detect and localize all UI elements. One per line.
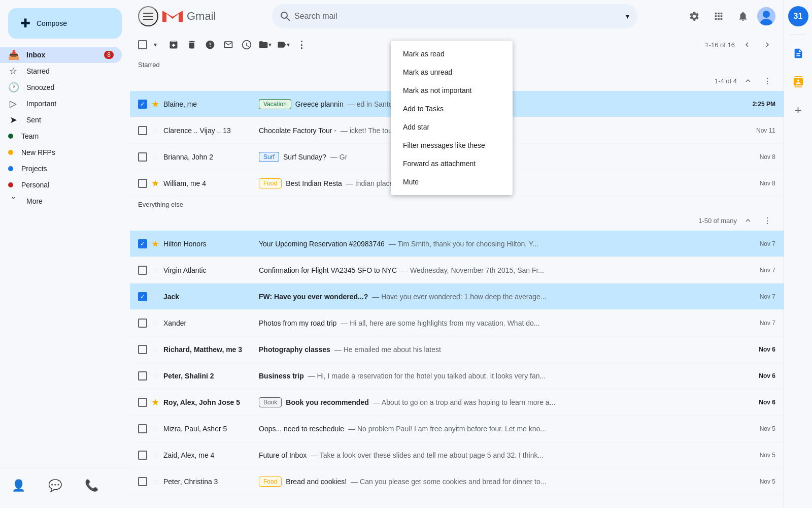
pagination-prev-button[interactable] (739, 37, 755, 53)
starred-more-options[interactable]: ⋮ (759, 73, 775, 89)
email-star[interactable]: ★ (151, 99, 159, 110)
email-row[interactable]: ☆ Peter, Christina 3 Food Bread and cook… (130, 468, 784, 495)
sidebar-item-sent[interactable]: ➤ Sent (0, 112, 122, 128)
sidebar-item-new-rfps[interactable]: New RFPs (0, 144, 122, 161)
move-to-button[interactable]: ▾ (257, 37, 273, 53)
email-row[interactable]: ☆ Zaid, Alex, me 4 Future of Inbox — Tak… (130, 442, 784, 468)
email-star[interactable]: ☆ (151, 151, 159, 163)
account-icon[interactable]: 👤 (8, 475, 28, 496)
select-all-checkbox[interactable] (138, 40, 147, 49)
email-star[interactable]: ☆ (151, 476, 159, 487)
email-row[interactable]: ☆ Virgin Atlantic Confirmation for Fligh… (130, 257, 784, 283)
search-input[interactable] (294, 12, 626, 21)
email-checkbox[interactable] (138, 477, 147, 486)
email-star[interactable]: ☆ (151, 450, 159, 461)
menu-item-filter-messages[interactable]: Filter messages like these (391, 136, 513, 154)
email-subject: Photography classes (259, 345, 330, 354)
mark-unread-button[interactable] (220, 37, 236, 53)
email-checkbox[interactable] (138, 345, 147, 354)
svg-point-4 (281, 12, 287, 18)
menu-item-add-star[interactable]: Add star (391, 118, 513, 136)
email-star[interactable]: ☆ (151, 291, 159, 302)
everything-else-collapse-button[interactable] (741, 213, 755, 228)
email-date: Nov 8 (745, 180, 775, 187)
email-star[interactable]: ☆ (151, 344, 159, 355)
email-row[interactable]: ☆ Peter, Shalini 2 Business trip — Hi, I… (130, 363, 784, 389)
email-row[interactable]: ☆ Mizra, Paul, Asher 5 Oops... need to r… (130, 416, 784, 442)
pagination-next-button[interactable] (759, 37, 775, 53)
email-star[interactable]: ★ (151, 178, 159, 189)
phone-icon[interactable]: 📞 (81, 475, 101, 496)
email-checkbox[interactable] (138, 152, 147, 162)
add-icon[interactable]: + (788, 100, 808, 120)
menu-item-forward-attachment[interactable]: Forward as attachment (391, 154, 513, 173)
delete-button[interactable] (184, 37, 200, 53)
email-checkbox[interactable] (138, 292, 147, 301)
search-bar[interactable]: ▾ (272, 4, 637, 28)
email-star[interactable]: ★ (151, 397, 159, 408)
email-checkbox[interactable] (138, 179, 147, 188)
email-row[interactable]: ☆ Xander Photos from my road trip — Hi a… (130, 310, 784, 336)
starred-collapse-button[interactable] (741, 74, 755, 88)
email-checkbox[interactable] (138, 451, 147, 460)
menu-item-mark-not-important[interactable]: Mark as not important (391, 81, 513, 100)
search-dropdown-icon[interactable]: ▾ (626, 12, 629, 20)
email-star[interactable]: ☆ (151, 125, 159, 136)
sidebar-item-important[interactable]: ▷ Important (0, 96, 122, 112)
email-checkbox[interactable] (138, 424, 147, 433)
menu-item-mark-read[interactable]: Mark as read (391, 45, 513, 63)
email-tag: Food (259, 477, 282, 487)
email-date: Nov 7 (745, 293, 775, 300)
sidebar-item-inbox[interactable]: 📥 Inbox 8 (0, 47, 122, 63)
email-date: Nov 5 (745, 425, 775, 432)
sidebar-item-personal[interactable]: Personal (0, 177, 122, 193)
sidebar-item-projects[interactable]: Projects (0, 161, 122, 177)
menu-item-mute[interactable]: Mute (391, 173, 513, 191)
email-checkbox[interactable] (138, 371, 147, 380)
context-menu: Mark as read Mark as unread Mark as not … (391, 41, 513, 195)
email-row[interactable]: ☆ Richard, Matthew, me 3 Photography cla… (130, 336, 784, 363)
report-spam-button[interactable] (202, 37, 218, 53)
sidebar-item-label-personal: Personal (21, 181, 114, 189)
email-star[interactable]: ☆ (151, 423, 159, 434)
svg-rect-2 (143, 19, 153, 20)
tasks-icon[interactable] (788, 43, 808, 64)
select-dropdown-button[interactable]: ▾ (147, 37, 163, 53)
email-row[interactable]: ★ Roy, Alex, John Jose 5 Book Book you r… (130, 389, 784, 416)
email-star[interactable]: ☆ (151, 370, 159, 382)
archive-button[interactable] (165, 37, 182, 53)
sidebar-item-team[interactable]: Team (0, 128, 122, 144)
snooze-button[interactable] (239, 37, 255, 53)
hamburger-menu-button[interactable] (138, 6, 158, 26)
email-star[interactable]: ★ (151, 238, 159, 249)
email-row[interactable]: ★ Hilton Honors Your Upcoming Reservatio… (130, 231, 784, 257)
menu-item-add-tasks[interactable]: Add to Tasks (391, 100, 513, 118)
email-checkbox[interactable] (138, 266, 147, 275)
email-checkbox[interactable] (138, 126, 147, 135)
labels-button[interactable]: ▾ (275, 37, 291, 53)
everything-else-more-options[interactable]: ⋮ (759, 212, 775, 229)
email-checkbox[interactable] (138, 398, 147, 407)
email-star[interactable]: ☆ (151, 265, 159, 276)
notifications-button[interactable] (733, 6, 753, 26)
email-checkbox[interactable] (138, 239, 147, 248)
email-checkbox[interactable] (138, 319, 147, 328)
sidebar-item-more[interactable]: ˅ More (0, 193, 122, 209)
more-options-button[interactable]: ⋮ (293, 37, 310, 53)
contacts-icon[interactable] (788, 72, 808, 92)
email-star[interactable]: ☆ (151, 318, 159, 329)
email-row[interactable]: ☆ Jack FW: Have you ever wondered...? — … (130, 283, 784, 310)
compose-button[interactable]: ✚ Compose (8, 8, 122, 39)
sidebar-item-snoozed[interactable]: 🕐 Snoozed (0, 79, 122, 96)
email-tag: Surf (259, 152, 279, 162)
chat-icon[interactable]: 💬 (45, 475, 65, 496)
email-checkbox[interactable] (138, 100, 147, 109)
menu-item-mark-unread[interactable]: Mark as unread (391, 63, 513, 81)
everything-else-pagination: 1-50 of many (698, 217, 737, 225)
settings-button[interactable] (684, 6, 704, 26)
sidebar-item-starred[interactable]: ☆ Starred (0, 63, 122, 79)
avatar[interactable] (757, 7, 775, 25)
email-subject: Business trip (259, 372, 304, 380)
calendar-icon[interactable]: 31 (788, 6, 808, 26)
apps-button[interactable] (708, 6, 729, 26)
